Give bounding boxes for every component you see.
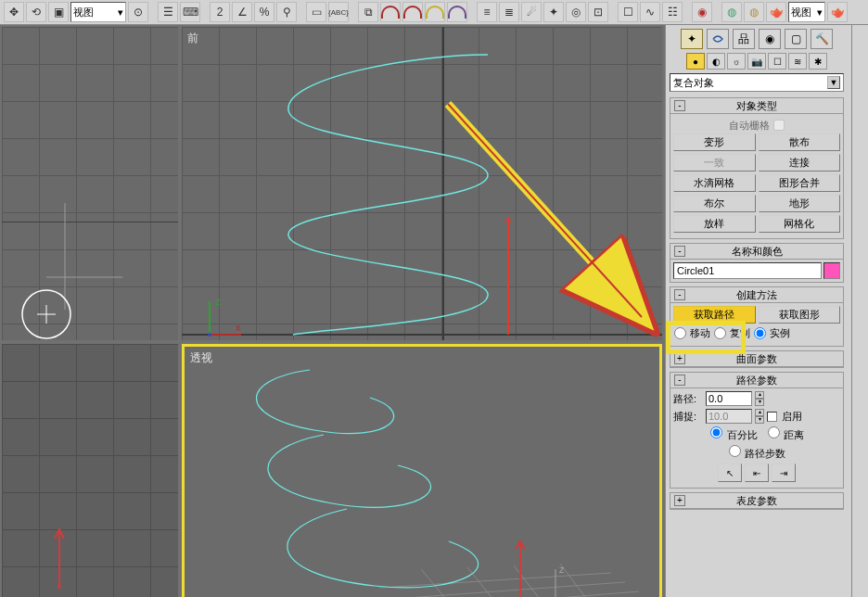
- array-red-arc-icon[interactable]: [380, 2, 401, 22]
- tab-motion-icon[interactable]: ◉: [759, 29, 781, 49]
- tab-hierarchy-icon[interactable]: 品: [733, 29, 755, 49]
- panel-scrollbar[interactable]: [851, 25, 868, 597]
- radio-distance[interactable]: [768, 426, 780, 438]
- viewport-front[interactable]: 前 z x: [182, 27, 662, 340]
- subtab-cameras-icon[interactable]: 📷: [747, 53, 766, 70]
- auto-grid-checkbox[interactable]: [773, 120, 785, 131]
- align-view-icon[interactable]: ⊡: [588, 2, 608, 22]
- render-preset-dropdown[interactable]: 视图▾: [788, 2, 825, 22]
- keyboard-icon[interactable]: ⌨: [180, 2, 200, 22]
- create-subtabs: ● ◐ ☼ 📷 ☐ ≋ ✱: [670, 53, 844, 70]
- type-loft-button[interactable]: 放样: [673, 215, 756, 233]
- get-shape-button[interactable]: 获取图形: [759, 306, 841, 324]
- spinner-snap-icon[interactable]: ⚲: [276, 2, 297, 22]
- radio-percent[interactable]: [710, 426, 722, 438]
- type-mesher-button[interactable]: 网格化: [759, 215, 841, 233]
- array-purple-arc-icon[interactable]: [447, 2, 467, 22]
- subtab-shapes-icon[interactable]: ◐: [707, 53, 725, 70]
- array-yellow-arc-icon[interactable]: [425, 2, 445, 22]
- subtab-helpers-icon[interactable]: ☐: [768, 53, 786, 70]
- named-sel-icon[interactable]: ▭: [306, 2, 326, 22]
- viewport-perspective[interactable]: 透视 z x y: [182, 344, 662, 597]
- radio-copy[interactable]: [714, 327, 726, 339]
- selset-edit-icon[interactable]: {ABC}: [328, 2, 349, 22]
- get-path-button[interactable]: 获取路径: [673, 306, 756, 324]
- svg-point-14: [57, 585, 61, 589]
- prev-path-icon[interactable]: ⇤: [745, 464, 769, 482]
- pick-path-icon[interactable]: ↖: [718, 464, 742, 482]
- rollout-curve-params-header[interactable]: + 曲面参数: [670, 351, 843, 367]
- rollout-name-color: - 名称和颜色 Circle01: [670, 243, 844, 283]
- rollout-path-params: - 路径参数 路径: 0.0 ▴▾ 捕捉: 10.0 ▴▾ 启用 百分比: [670, 372, 844, 489]
- path-spinner[interactable]: ▴▾: [755, 391, 764, 406]
- command-panel: ✦ 品 ◉ ▢ 🔨 ● ◐ ☼ 📷 ☐ ≋ ✱ 复合对象 ▼ - 对象类型: [665, 25, 868, 597]
- type-shapemerge-button[interactable]: 图形合并: [759, 174, 841, 192]
- subtab-geometry-icon[interactable]: ●: [686, 53, 705, 70]
- radio-pathsteps[interactable]: [729, 445, 741, 457]
- viewport-top[interactable]: [2, 27, 178, 340]
- type-terrain-button[interactable]: 地形: [759, 195, 841, 212]
- tab-create-icon[interactable]: ✦: [681, 29, 703, 49]
- curve-editor-icon[interactable]: ∿: [640, 2, 660, 22]
- next-path-icon[interactable]: ⇥: [772, 464, 796, 482]
- ref-coord-dropdown[interactable]: 视图▾: [70, 2, 126, 22]
- type-conform-button[interactable]: 一致: [673, 154, 756, 171]
- subtab-spacewarps-icon[interactable]: ≋: [788, 53, 807, 70]
- enable-checkbox[interactable]: [767, 412, 777, 422]
- roll-toggle-icon: -: [674, 289, 685, 300]
- rotate-tool-icon[interactable]: ⟲: [26, 2, 46, 22]
- angle-snap-icon[interactable]: ∠: [232, 2, 252, 22]
- radio-move[interactable]: [674, 327, 686, 339]
- align-camera-icon[interactable]: ◎: [566, 2, 586, 22]
- rollout-create-method-header[interactable]: - 创建方法: [670, 287, 843, 303]
- render-setup-icon[interactable]: ◍: [721, 2, 742, 22]
- move-tool-icon[interactable]: ✥: [4, 2, 24, 22]
- schematic-view-icon[interactable]: ☷: [662, 2, 683, 22]
- radio-instance[interactable]: [754, 327, 766, 339]
- type-boolean-button[interactable]: 布尔: [673, 195, 756, 212]
- material-editor-icon[interactable]: ◉: [692, 2, 712, 22]
- quickalign-icon[interactable]: ≣: [499, 2, 519, 22]
- pivot-icon[interactable]: ⊙: [128, 2, 148, 22]
- category-dropdown[interactable]: 复合对象 ▼: [670, 73, 844, 92]
- rollout-object-type-header[interactable]: - 对象类型: [670, 98, 843, 114]
- tab-modify-icon[interactable]: [707, 29, 729, 49]
- dropdown-arrow-icon: ▼: [827, 76, 840, 89]
- render-icon[interactable]: 🫖: [766, 2, 786, 22]
- scale-tool-icon[interactable]: ▣: [48, 2, 69, 22]
- subtab-systems-icon[interactable]: ✱: [809, 53, 827, 70]
- mirror-icon[interactable]: ⧉: [358, 2, 378, 22]
- array-red-arc2-icon[interactable]: [402, 2, 423, 22]
- rollout-name-color-header[interactable]: - 名称和颜色: [670, 244, 843, 260]
- quick-render-icon[interactable]: 🫖: [827, 2, 848, 22]
- viewport-left[interactable]: [2, 344, 178, 597]
- rollout-curve-params: + 曲面参数: [670, 350, 844, 368]
- ref-coord-label: 视图: [73, 6, 94, 19]
- type-blobmesh-button[interactable]: 水滴网格: [673, 174, 756, 192]
- snap-value-input[interactable]: 10.0: [706, 409, 752, 424]
- svg-point-10: [208, 333, 211, 337]
- type-scatter-button[interactable]: 散布: [759, 133, 841, 151]
- type-morph-button[interactable]: 变形: [673, 133, 756, 151]
- tab-utilities-icon[interactable]: 🔨: [811, 29, 833, 49]
- object-color-swatch[interactable]: [823, 262, 840, 279]
- normal-align-icon[interactable]: ☄: [521, 2, 542, 22]
- snap-2d-icon[interactable]: 2: [210, 2, 230, 22]
- percent-snap-icon[interactable]: %: [254, 2, 274, 22]
- object-name-input[interactable]: Circle01: [673, 262, 822, 279]
- rollout-skin-params-header[interactable]: + 表皮参数: [670, 493, 843, 509]
- main-toolbar: ✥ ⟲ ▣ 视图▾ ⊙ ☰ ⌨ 2 ∠ % ⚲ ▭ {ABC} ⧉ ≡ ≣ ☄ …: [0, 0, 868, 25]
- tab-display-icon[interactable]: ▢: [785, 29, 807, 49]
- place-hilite-icon[interactable]: ✦: [543, 2, 564, 22]
- type-connect-button[interactable]: 连接: [759, 154, 841, 171]
- layers-icon[interactable]: ☐: [618, 2, 638, 22]
- path-field-label: 路径:: [673, 392, 703, 406]
- align-icon[interactable]: ≡: [477, 2, 497, 22]
- snap-spinner[interactable]: ▴▾: [755, 409, 764, 424]
- subtab-lights-icon[interactable]: ☼: [727, 53, 746, 70]
- select-manip-icon[interactable]: ☰: [158, 2, 178, 22]
- render-fb-icon[interactable]: ◍: [744, 2, 764, 22]
- rollout-path-params-header[interactable]: - 路径参数: [670, 373, 843, 388]
- path-value-input[interactable]: 0.0: [706, 391, 752, 406]
- rollout-object-type: - 对象类型 自动栅格 变形 散布 一致 连接 水滴网格 图形合并: [670, 97, 844, 239]
